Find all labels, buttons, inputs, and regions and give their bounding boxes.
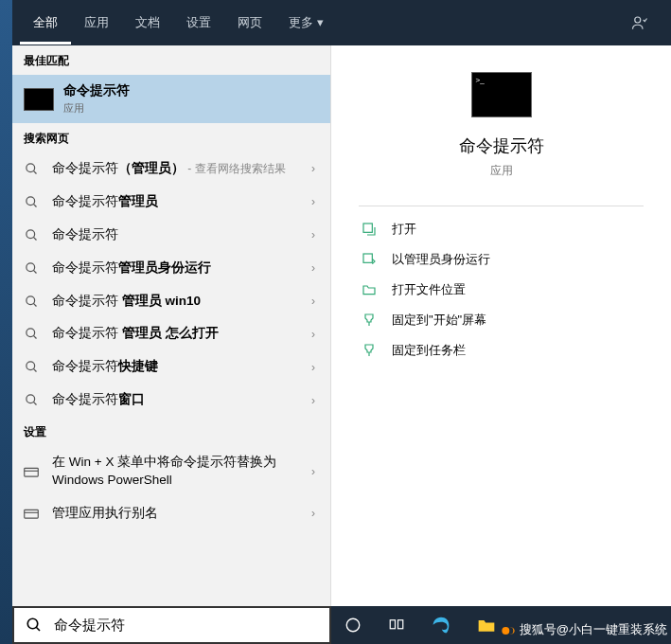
svg-line-14 <box>33 369 36 372</box>
svg-rect-17 <box>25 468 39 476</box>
action-label: 打开 <box>392 221 416 238</box>
action-label: 固定到任务栏 <box>392 342 466 359</box>
svg-point-28 <box>346 618 360 632</box>
settings-result[interactable]: 在 Win + X 菜单中将命令提示符替换为 Windows PowerShel… <box>12 446 330 497</box>
search-icon <box>22 162 41 176</box>
detail-panel: 命令提示符 应用 打开以管理员身份运行打开文件位置固定到"开始"屏幕固定到任务栏 <box>331 45 671 606</box>
web-result[interactable]: 命令提示符（管理员） - 查看网络搜索结果 › <box>12 152 330 186</box>
edge-icon[interactable] <box>418 606 464 644</box>
tab-docs[interactable]: 文档 <box>122 1 173 45</box>
svg-line-10 <box>33 303 36 306</box>
result-text: 管理应用执行别名 <box>52 505 306 523</box>
chevron-right-icon[interactable]: › <box>306 162 321 175</box>
svg-line-12 <box>33 336 36 339</box>
result-text: 命令提示符窗口 <box>52 391 306 409</box>
tab-apps[interactable]: 应用 <box>71 1 122 45</box>
svg-point-15 <box>26 395 34 403</box>
svg-rect-22 <box>363 254 372 262</box>
svg-line-6 <box>33 237 36 240</box>
feedback-icon[interactable] <box>616 14 663 31</box>
svg-point-13 <box>26 362 34 370</box>
chevron-right-icon[interactable]: › <box>306 195 321 208</box>
best-match-item[interactable]: 命令提示符 应用 <box>12 75 330 123</box>
web-result[interactable]: 命令提示符窗口 › <box>12 384 330 417</box>
web-result[interactable]: 命令提示符 管理员 怎么打开 › <box>12 317 330 350</box>
web-result[interactable]: 命令提示符 › <box>12 219 330 252</box>
svg-line-16 <box>33 402 36 405</box>
search-icon <box>14 617 54 634</box>
action-pin-task[interactable]: 固定到任务栏 <box>354 335 648 366</box>
svg-point-1 <box>26 164 34 172</box>
pin-task-icon <box>360 343 379 358</box>
web-result[interactable]: 命令提示符管理员身份运行 › <box>12 252 330 285</box>
chevron-right-icon[interactable]: › <box>306 328 321 341</box>
section-settings: 设置 <box>12 417 330 446</box>
search-input[interactable] <box>54 617 329 634</box>
chevron-right-icon[interactable]: › <box>306 507 321 520</box>
chevron-right-icon[interactable]: › <box>306 261 321 275</box>
search-window: 全部 应用 文档 设置 网页 更多 ▾ 最佳匹配 命令提示符 应用 搜索网页 命… <box>12 0 671 606</box>
section-best-match: 最佳匹配 <box>12 45 330 75</box>
chevron-right-icon[interactable]: › <box>306 465 321 478</box>
divider <box>359 206 645 206</box>
svg-rect-19 <box>25 510 39 519</box>
search-icon <box>22 195 41 209</box>
svg-line-8 <box>33 270 36 273</box>
chevron-right-icon[interactable]: › <box>306 394 321 407</box>
svg-point-11 <box>26 329 34 337</box>
chevron-right-icon[interactable]: › <box>306 228 321 242</box>
action-pin-start[interactable]: 固定到"开始"屏幕 <box>354 305 648 335</box>
action-label: 打开文件位置 <box>392 281 466 298</box>
result-text: 命令提示符（管理员） - 查看网络搜索结果 <box>52 160 306 178</box>
header-tabs: 全部 应用 文档 设置 网页 更多 ▾ <box>12 0 671 45</box>
section-search-web: 搜索网页 <box>12 123 330 152</box>
cortana-icon[interactable] <box>331 606 375 644</box>
svg-line-4 <box>33 204 36 206</box>
action-label: 以管理员身份运行 <box>392 251 490 268</box>
svg-line-27 <box>36 627 40 631</box>
result-text: 命令提示符快捷键 <box>52 358 306 376</box>
action-folder[interactable]: 打开文件位置 <box>354 275 648 305</box>
settings-item-icon <box>22 465 41 478</box>
chevron-right-icon[interactable]: › <box>306 295 321 308</box>
search-icon <box>22 327 41 341</box>
result-text: 命令提示符 管理员 win10 <box>52 293 306 311</box>
svg-rect-29 <box>390 620 395 629</box>
svg-rect-21 <box>363 224 372 232</box>
task-view-icon[interactable] <box>375 606 418 644</box>
svg-line-2 <box>33 170 36 173</box>
web-result[interactable]: 命令提示符管理员 › <box>12 186 330 219</box>
tab-settings[interactable]: 设置 <box>173 1 224 45</box>
result-text: 命令提示符管理员身份运行 <box>52 259 306 277</box>
tab-all[interactable]: 全部 <box>20 1 71 45</box>
settings-result[interactable]: 管理应用执行别名 › <box>12 497 330 530</box>
search-icon <box>22 360 41 374</box>
admin-icon <box>360 252 379 267</box>
search-bar[interactable] <box>12 606 331 644</box>
svg-point-0 <box>635 17 641 23</box>
svg-point-5 <box>26 230 34 239</box>
result-text: 在 Win + X 菜单中将命令提示符替换为 Windows PowerShel… <box>52 454 306 490</box>
search-icon <box>22 261 41 276</box>
search-icon <box>22 393 41 407</box>
chevron-right-icon[interactable]: › <box>306 361 321 374</box>
svg-rect-30 <box>398 620 403 629</box>
watermark: 搜狐号@小白一键重装系统 <box>501 621 667 638</box>
action-admin[interactable]: 以管理员身份运行 <box>354 244 648 275</box>
detail-sub: 应用 <box>490 163 513 179</box>
svg-point-31 <box>503 627 510 635</box>
svg-point-7 <box>26 262 34 271</box>
web-result[interactable]: 命令提示符快捷键 › <box>12 350 330 384</box>
tab-more[interactable]: 更多 ▾ <box>275 1 337 45</box>
best-match-title: 命令提示符 <box>63 82 130 99</box>
tab-web[interactable]: 网页 <box>224 1 275 45</box>
cmd-icon <box>24 88 54 111</box>
svg-point-3 <box>26 197 34 206</box>
detail-cmd-icon <box>471 72 532 117</box>
settings-item-icon <box>22 507 41 520</box>
web-result[interactable]: 命令提示符 管理员 win10 › <box>12 285 330 318</box>
result-text: 命令提示符 管理员 怎么打开 <box>52 325 306 343</box>
best-match-sub: 应用 <box>63 101 130 116</box>
action-open[interactable]: 打开 <box>354 214 648 244</box>
result-text: 命令提示符管理员 <box>52 193 306 211</box>
